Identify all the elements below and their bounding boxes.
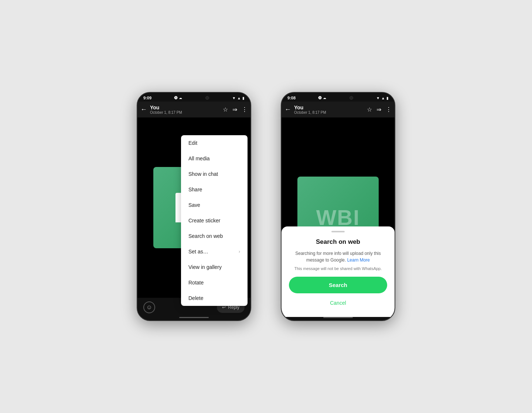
back-button-1[interactable]: ← [140, 106, 147, 113]
menu-label-save: Save [188, 202, 200, 208]
cloud-icon: ☁ [179, 96, 182, 100]
phone-2: 9:08 🅐 ☁ ▼ ▲ ▮ ← You October 1, 8:17 PM … [281, 92, 395, 321]
menu-item-show-in-chat[interactable]: Show in chat [181, 166, 248, 182]
menu-label-view-gallery: View in gallery [188, 264, 222, 270]
image-viewer-2: WBI Search on web Searching for more inf… [282, 117, 395, 317]
learn-more-link[interactable]: Learn More [347, 257, 370, 263]
wbi-text: WBI [316, 205, 360, 230]
contact-info-2: You October 1, 8:17 PM [294, 105, 364, 115]
menu-item-all-media[interactable]: All media [181, 151, 248, 166]
search-button[interactable]: Search [289, 277, 387, 293]
menu-label-show-in-chat: Show in chat [188, 171, 218, 177]
status-icons-2: ▼ ▲ ▮ [376, 96, 389, 100]
side-button-3 [395, 137, 395, 152]
camera-notch-2 [349, 96, 353, 100]
menu-item-save[interactable]: Save [181, 197, 248, 213]
menu-label-rotate: Rotate [188, 280, 204, 286]
menu-item-search-on-web[interactable]: Search on web [181, 228, 248, 244]
notification-icon: 🅐 [174, 96, 178, 100]
menu-label-create-sticker: Create sticker [188, 218, 220, 223]
header-actions-2: ☆ ⇒ ⋮ [367, 106, 392, 113]
home-indicator-2 [323, 317, 353, 318]
wifi-icon-2: ▼ [376, 96, 380, 100]
sheet-handle [331, 231, 345, 232]
menu-item-view-gallery[interactable]: View in gallery [181, 259, 248, 275]
wifi-icon: ▼ [232, 96, 236, 100]
menu-label-all-media: All media [188, 156, 210, 161]
forward-icon-1[interactable]: ⇒ [232, 106, 237, 113]
menu-item-set-as[interactable]: Set as… › [181, 244, 248, 259]
camera-notch-1 [205, 96, 209, 100]
sheet-description: Searching for more info will upload only… [289, 250, 387, 263]
contact-info-1: You October 1, 8:17 PM [150, 105, 220, 115]
menu-item-share[interactable]: Share [181, 182, 248, 197]
contact-date-1: October 1, 8:17 PM [150, 110, 220, 115]
menu-item-create-sticker[interactable]: Create sticker [181, 213, 248, 228]
menu-item-rotate[interactable]: Rotate [181, 275, 248, 290]
battery-icon: ▮ [242, 96, 245, 100]
menu-label-edit: Edit [188, 140, 197, 146]
side-button-1 [250, 137, 251, 152]
status-icons-1: ▼ ▲ ▮ [232, 96, 245, 100]
set-as-arrow-icon: › [239, 249, 240, 254]
search-on-web-sheet: Search on web Searching for more info wi… [282, 226, 395, 317]
contact-name-2: You [294, 105, 364, 110]
image-viewer-1: Edit All media Show in chat Share Save C… [137, 117, 250, 298]
menu-label-set-as: Set as… [188, 249, 208, 255]
battery-icon-2: ▮ [386, 96, 389, 100]
star-icon-2[interactable]: ☆ [367, 106, 372, 113]
sheet-note: This message will not be shared with Wha… [289, 266, 387, 271]
notification-icon-2: 🅐 [318, 96, 322, 100]
more-icon-1[interactable]: ⋮ [242, 106, 248, 113]
context-menu: Edit All media Show in chat Share Save C… [181, 135, 248, 306]
more-icon-2[interactable]: ⋮ [386, 106, 392, 113]
back-button-2[interactable]: ← [284, 106, 291, 113]
status-time-2: 9:08 [287, 96, 296, 100]
phone-1: 9:09 🅐 ☁ ▼ ▲ ▮ ← You October 1, 8:17 PM … [137, 92, 251, 321]
menu-item-delete[interactable]: Delete [181, 290, 248, 306]
menu-item-edit[interactable]: Edit [181, 135, 248, 151]
status-bar-1: 9:09 🅐 ☁ ▼ ▲ ▮ [137, 93, 250, 102]
wa-header-2: ← You October 1, 8:17 PM ☆ ⇒ ⋮ [282, 102, 395, 117]
forward-icon-2[interactable]: ⇒ [376, 106, 381, 113]
menu-label-delete: Delete [188, 295, 203, 301]
emoji-button[interactable]: ☺ [143, 301, 155, 313]
star-icon-1[interactable]: ☆ [223, 106, 228, 113]
sheet-title: Search on web [289, 238, 387, 246]
header-actions-1: ☆ ⇒ ⋮ [223, 106, 248, 113]
cancel-button[interactable]: Cancel [289, 296, 387, 310]
contact-name-1: You [150, 105, 220, 110]
emoji-icon: ☺ [146, 304, 152, 311]
signal-icon-2: ▲ [381, 96, 385, 100]
status-bar-2: 9:08 🅐 ☁ ▼ ▲ ▮ [282, 93, 395, 102]
contact-date-2: October 1, 8:17 PM [294, 110, 364, 115]
status-time-1: 9:09 [143, 96, 151, 100]
menu-label-search-on-web: Search on web [188, 233, 223, 239]
menu-label-share: Share [188, 187, 202, 192]
cloud-icon-2: ☁ [323, 96, 326, 100]
home-indicator-1 [179, 317, 209, 318]
side-button-2 [250, 159, 251, 174]
signal-icon: ▲ [237, 96, 241, 100]
side-button-4 [395, 159, 395, 174]
wa-header-1: ← You October 1, 8:17 PM ☆ ⇒ ⋮ [137, 102, 250, 117]
